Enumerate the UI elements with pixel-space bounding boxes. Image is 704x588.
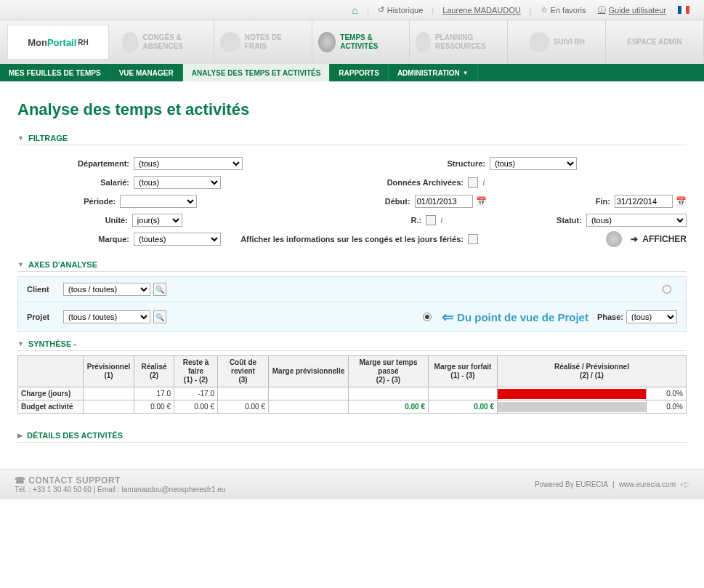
label-donnees-archivees: Données Archivées: — [221, 178, 468, 187]
powered-by-label: Powered By EURECIA — [535, 480, 608, 488]
select-projet[interactable]: (tous / toutes) — [63, 310, 150, 323]
export-icon[interactable] — [606, 231, 622, 247]
cell: 0.00 € — [218, 400, 269, 414]
footer: ☎ CONTACT SUPPORT Tél. : +33 1 30 40 50 … — [0, 469, 704, 499]
label-marque: Marque: — [17, 235, 134, 243]
search-icon[interactable]: 🔍 — [153, 283, 166, 296]
input-fin[interactable] — [615, 195, 673, 208]
section-synthese-toggle[interactable]: ▼ SYNTHÈSE - — [17, 339, 687, 351]
afficher-button[interactable]: ➔ AFFICHER — [631, 234, 687, 244]
table-row: Budget activité 0.00 € 0.00 € 0.00 € 0.0… — [18, 400, 687, 414]
module-notes[interactable]: NOTES DE FRAIS — [214, 20, 312, 64]
afficher-label: AFFICHER — [642, 234, 687, 244]
contact-support-label[interactable]: ☎ CONTACT SUPPORT — [15, 475, 225, 486]
favorites-label: En favoris — [551, 6, 586, 15]
section-filtrage-toggle[interactable]: ▼ FILTRAGE — [17, 134, 687, 145]
input-debut[interactable] — [415, 195, 473, 208]
module-temps-label: TEMPS & ACTIVITÉS — [340, 33, 403, 51]
label-afficher-infos: Afficher les informations sur les congés… — [221, 235, 468, 243]
tab-admin-label: ADMINISTRATION — [397, 69, 460, 77]
select-phase[interactable]: (tous) — [626, 310, 677, 323]
select-salarie[interactable]: (tous) — [134, 176, 221, 189]
module-conges[interactable]: CONGÉS & ABSENCES — [116, 20, 214, 64]
checkbox-r[interactable] — [426, 215, 436, 225]
module-espace-label: ESPACE ADMIN — [627, 38, 682, 47]
radio-client-pov[interactable] — [663, 285, 671, 294]
select-departement[interactable]: (tous) — [134, 157, 243, 170]
ratio-pct: 0.0% — [647, 400, 687, 414]
tab-manager[interactable]: VUE MANAGER — [110, 64, 183, 81]
select-client[interactable]: (tous / toutes) — [63, 283, 150, 296]
select-periode[interactable] — [120, 195, 197, 208]
planning-icon — [416, 32, 430, 52]
label-departement: Département: — [17, 159, 134, 168]
search-icon[interactable]: 🔍 — [153, 310, 166, 323]
clock-icon — [318, 32, 336, 52]
logo-mon: Mon — [28, 37, 47, 48]
notes-icon — [220, 32, 240, 52]
cell: 0.00 € — [134, 400, 174, 414]
th-marge-prev: Marge prévisionnelle — [269, 356, 349, 387]
checkbox-donnees-archivees[interactable] — [468, 177, 478, 188]
select-structure[interactable]: (tous) — [490, 157, 577, 170]
chevron-down-icon: ▼ — [17, 261, 24, 268]
label-phase: Phase: — [597, 313, 623, 321]
checkbox-afficher-infos[interactable] — [468, 234, 478, 244]
site-link[interactable]: www.eurecia.com — [619, 480, 676, 488]
home-icon[interactable]: ⌂ — [352, 4, 357, 16]
flag-fr-icon[interactable] — [678, 6, 689, 14]
label-projet: Projet — [27, 313, 63, 321]
th-marge-temps: Marge sur temps passé (2) - (3) — [349, 356, 429, 387]
label-statut: Statut: — [443, 216, 586, 225]
section-axes-label: AXES D'ANALYSE — [28, 260, 97, 269]
radio-projet-pov[interactable] — [423, 313, 432, 321]
cell — [84, 400, 134, 414]
guide-link[interactable]: ⓘ Guide utilisateur — [598, 4, 667, 15]
select-marque[interactable]: (toutes) — [134, 233, 221, 246]
label-structure: Structure: — [243, 159, 490, 168]
tab-admin[interactable]: ADMINISTRATION▼ — [389, 64, 478, 81]
favorites-link[interactable]: ☆ En favoris — [541, 5, 586, 15]
calendar-icon[interactable]: 📅 — [476, 196, 487, 206]
row-charge-label: Charge (jours) — [18, 387, 84, 400]
select-statut[interactable]: (tous) — [586, 214, 687, 227]
section-details-toggle[interactable]: ▶ DÉTAILS DES ACTIVITÉS — [17, 431, 687, 443]
module-temps[interactable]: TEMPS & ACTIVITÉS — [312, 20, 410, 64]
tab-rapports[interactable]: RAPPORTS — [330, 64, 389, 81]
calendar-icon[interactable]: 📅 — [676, 196, 687, 206]
section-synthese-label: SYNTHÈSE - — [28, 339, 76, 348]
label-client: Client — [27, 285, 63, 294]
label-unite: Unité: — [17, 216, 132, 225]
chevron-right-icon: ▶ — [17, 432, 23, 439]
th-previsionnel: Prévisionnel (1) — [84, 356, 134, 387]
th-marge-forfait: Marge sur forfait (1) - (3) — [429, 356, 498, 387]
module-espace[interactable]: ESPACE ADMIN — [606, 20, 704, 64]
cell: 0.00 € — [174, 400, 218, 414]
cell — [429, 387, 498, 400]
pov-label: ⇐Du point de vue de Projet — [442, 308, 588, 326]
info-icon[interactable]: i — [482, 177, 485, 188]
ratio-pct: 0.0% — [647, 387, 687, 400]
th-blank — [18, 356, 84, 387]
logo[interactable]: MonPortailRH — [7, 25, 109, 60]
cell: 0.00 € — [349, 400, 429, 414]
history-label: Historique — [387, 6, 424, 15]
module-suivi[interactable]: SUIVI RH — [508, 20, 606, 64]
user-link[interactable]: Laurene MADAUDOU — [442, 6, 521, 15]
cell: 17.0 — [134, 387, 174, 400]
module-planning[interactable]: PLANNING RESSOURCES — [410, 20, 508, 64]
label-fin: Fin: — [487, 197, 615, 206]
synthese-table: Prévisionnel (1) Réalisé (2) Reste à fai… — [17, 355, 687, 414]
tab-feuilles[interactable]: MES FEUILLES DE TEMPS — [0, 64, 110, 81]
th-cout: Coût de revient (3) — [218, 356, 269, 387]
chevron-down-icon: ▼ — [463, 70, 469, 76]
arrow-left-icon: ⇐ — [442, 308, 454, 326]
history-link[interactable]: ↺ Historique — [378, 5, 424, 15]
logo-portail: Portail — [47, 37, 76, 48]
header: MonPortailRH CONGÉS & ABSENCES NOTES DE … — [0, 20, 704, 64]
select-unite[interactable]: jour(s) — [132, 214, 182, 227]
section-axes-toggle[interactable]: ▼ AXES D'ANALYSE — [17, 260, 687, 272]
cell: -17.0 — [174, 387, 218, 400]
cell — [349, 387, 429, 400]
tab-analyse[interactable]: ANALYSE DES TEMPS ET ACTIVITÉS — [183, 64, 331, 81]
